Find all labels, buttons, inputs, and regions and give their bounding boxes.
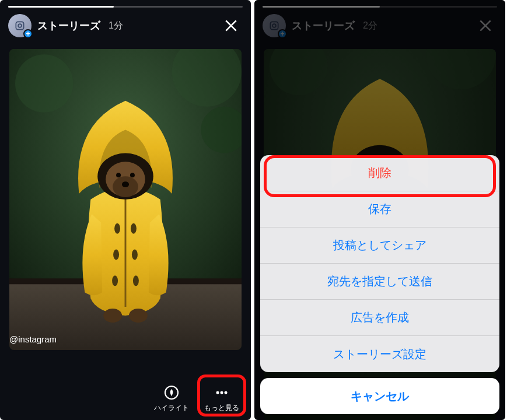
phone-left: + ストーリーズ 1分: [0, 0, 251, 420]
sheet-cancel-button[interactable]: キャンセル: [260, 378, 499, 414]
svg-point-24: [103, 309, 122, 323]
avatar-logo-icon: [14, 20, 26, 32]
sheet-item-label: ストーリーズ設定: [333, 346, 426, 362]
sheet-item-create-ad[interactable]: 広告を作成: [260, 300, 499, 336]
svg-point-5: [15, 54, 74, 113]
svg-point-12: [114, 223, 120, 234]
more-icon: [214, 384, 230, 401]
svg-point-21: [116, 173, 121, 177]
svg-point-23: [122, 181, 129, 187]
close-button[interactable]: [219, 14, 243, 37]
story-photo[interactable]: [9, 49, 242, 350]
story-handle: @instagram: [9, 334, 57, 344]
sheet-item-send-to[interactable]: 宛先を指定して送信: [260, 264, 499, 300]
story-title: ストーリーズ: [37, 19, 100, 33]
story-header: + ストーリーズ 1分: [8, 14, 243, 37]
svg-point-29: [225, 391, 228, 394]
sheet-item-label: 保存: [368, 201, 391, 217]
sheet-item-label: 宛先を指定して送信: [327, 274, 432, 289]
avatar-add-icon: +: [23, 29, 33, 38]
sheet-item-label: 削除: [368, 165, 391, 181]
highlight-icon: [163, 384, 180, 401]
svg-rect-0: [16, 22, 23, 29]
sheet-item-label: 広告を作成: [351, 310, 409, 326]
svg-point-15: [132, 250, 138, 260]
sheet-item-label: 投稿としてシェア: [333, 237, 426, 253]
svg-point-16: [112, 275, 118, 286]
story-progress-fill: [8, 6, 114, 8]
close-icon: [223, 18, 239, 33]
action-sheet-group: 削除 保存 投稿としてシェア 宛先を指定して送信 広告を作成 ストーリーズ設定: [260, 155, 499, 372]
svg-point-28: [221, 391, 223, 394]
svg-point-25: [129, 309, 148, 323]
story-actions: ハイライト もっと見る: [154, 384, 239, 413]
sheet-item-share-post[interactable]: 投稿としてシェア: [260, 228, 499, 264]
sheet-item-save[interactable]: 保存: [260, 191, 499, 228]
svg-point-13: [131, 223, 137, 234]
sheet-item-delete[interactable]: 削除: [260, 155, 499, 191]
phone-right: + ストーリーズ 2分: [254, 0, 505, 420]
sheet-item-story-settings[interactable]: ストーリーズ設定: [260, 336, 499, 372]
story-progress-bar: [8, 6, 243, 8]
svg-point-1: [18, 24, 22, 27]
story-time: 1分: [109, 20, 123, 32]
svg-point-27: [216, 391, 219, 394]
svg-point-14: [113, 250, 119, 260]
highlight-button[interactable]: ハイライト: [154, 384, 189, 413]
more-button[interactable]: もっと見る: [204, 384, 239, 413]
action-sheet: 削除 保存 投稿としてシェア 宛先を指定して送信 広告を作成 ストーリーズ設定 …: [260, 155, 499, 414]
highlight-label: ハイライト: [154, 403, 189, 413]
avatar[interactable]: +: [8, 14, 32, 37]
svg-point-22: [130, 173, 135, 177]
sheet-cancel-label: キャンセル: [351, 388, 409, 404]
more-label: もっと見る: [204, 403, 239, 413]
svg-point-17: [133, 275, 139, 286]
